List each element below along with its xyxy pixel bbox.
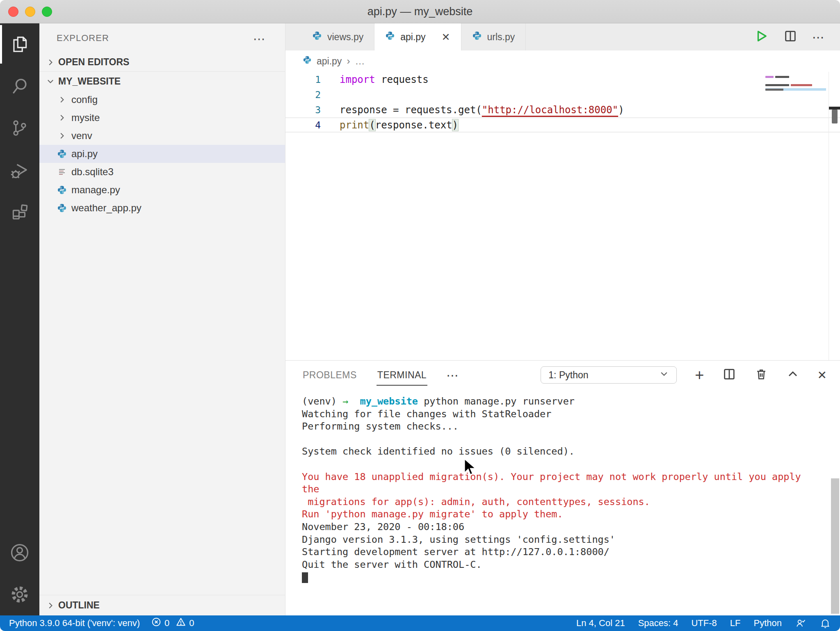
warning-triangle-icon bbox=[176, 617, 186, 629]
feedback-icon[interactable] bbox=[795, 617, 806, 629]
terminal-shell-select[interactable]: 1: Python bbox=[541, 366, 677, 384]
more-actions-icon[interactable]: ⋯ bbox=[812, 30, 825, 44]
accounts-icon[interactable] bbox=[0, 532, 39, 574]
terminal-output[interactable]: (venv) → my_website python manage.py run… bbox=[285, 389, 840, 615]
close-panel-icon[interactable]: ✕ bbox=[817, 368, 827, 382]
activity-bar bbox=[0, 23, 39, 615]
tree-item-label: api.py bbox=[71, 148, 98, 160]
tree-item-db-sqlite3[interactable]: db.sqlite3 bbox=[39, 163, 285, 181]
terminal-scrollbar-thumb[interactable] bbox=[831, 478, 839, 614]
panel-tab-terminal[interactable]: TERMINAL bbox=[377, 364, 427, 386]
line-number: 3 bbox=[285, 105, 321, 115]
tree-item-label: weather_app.py bbox=[71, 202, 142, 214]
chevron-down-icon bbox=[659, 369, 669, 381]
tree-item-label: db.sqlite3 bbox=[71, 166, 114, 178]
status-item-python[interactable]: Python bbox=[754, 618, 782, 629]
terminal-line: Quit the server with CONTROL-C. bbox=[302, 558, 815, 571]
maximize-panel-icon[interactable] bbox=[786, 368, 799, 382]
tree-item-config[interactable]: config bbox=[39, 91, 285, 109]
status-item-ln-4-col-21[interactable]: Ln 4, Col 21 bbox=[576, 618, 625, 629]
code-line-2: 2 bbox=[285, 87, 840, 102]
terminal-line: migrations for app(s): admin, auth, cont… bbox=[302, 496, 815, 508]
chevron-right-icon bbox=[57, 131, 66, 140]
chevron-right-icon bbox=[46, 58, 55, 67]
chevron-right-icon bbox=[57, 95, 66, 104]
error-circle-icon bbox=[151, 617, 161, 629]
breadcrumb: api.py › … bbox=[285, 50, 840, 72]
split-editor-icon[interactable] bbox=[783, 29, 797, 45]
editor-scrollbar-thumb[interactable] bbox=[832, 110, 838, 123]
sidebar-more-actions-icon[interactable]: ⋯ bbox=[253, 32, 265, 46]
python-file-icon bbox=[385, 31, 395, 41]
close-tab-icon[interactable]: ✕ bbox=[442, 31, 450, 43]
tab-api-py[interactable]: api.py✕ bbox=[374, 23, 461, 50]
terminal-line: Run 'python manage.py migrate' to apply … bbox=[302, 508, 815, 521]
panel-tab-problems[interactable]: PROBLEMS bbox=[302, 364, 358, 386]
extensions-icon[interactable] bbox=[0, 191, 39, 233]
terminal-line: November 23, 2020 - 00:18:06 bbox=[302, 521, 815, 533]
panel-header: PROBLEMSTERMINAL ⋯ 1: Python + bbox=[285, 361, 840, 389]
status-item-utf-8[interactable]: UTF-8 bbox=[691, 618, 717, 629]
tab-views-py[interactable]: views.py bbox=[301, 23, 374, 50]
minimap[interactable] bbox=[765, 76, 826, 93]
terminal-line bbox=[302, 571, 815, 583]
tree-item-weather-app-py[interactable]: weather_app.py bbox=[39, 199, 285, 217]
open-editors-section[interactable]: OPEN EDITORS bbox=[39, 53, 285, 72]
tree-item-api-py[interactable]: api.py bbox=[39, 145, 285, 163]
python-file-icon bbox=[57, 149, 67, 159]
code-line-1: 1import requests bbox=[285, 72, 840, 87]
run-file-button[interactable] bbox=[754, 29, 769, 45]
line-number: 4 bbox=[285, 120, 321, 130]
workspace-section[interactable]: MY_WEBSITE bbox=[39, 72, 285, 91]
run-debug-icon[interactable] bbox=[0, 149, 39, 191]
line-number: 1 bbox=[285, 74, 321, 85]
terminal-line: Performing system checks... bbox=[302, 420, 815, 433]
tab-label: api.py bbox=[400, 32, 425, 43]
breadcrumb-file[interactable]: api.py bbox=[317, 56, 342, 67]
explorer-icon[interactable] bbox=[0, 23, 39, 65]
tab-urls-py[interactable]: urls.py bbox=[461, 23, 526, 50]
tree-item-manage-py[interactable]: manage.py bbox=[39, 181, 285, 199]
chevron-down-icon bbox=[46, 77, 55, 86]
split-terminal-icon[interactable] bbox=[722, 367, 736, 383]
code-editor[interactable]: 1import requests23response = requests.ge… bbox=[285, 72, 840, 360]
status-item-lf[interactable]: LF bbox=[730, 618, 741, 629]
bottom-panel: PROBLEMSTERMINAL ⋯ 1: Python + bbox=[285, 360, 840, 615]
sidebar-title: EXPLORER bbox=[39, 23, 285, 53]
terminal-line: (venv) → my_website python manage.py run… bbox=[302, 395, 815, 408]
kill-terminal-trash-icon[interactable] bbox=[754, 367, 768, 383]
tree-item-label: manage.py bbox=[71, 184, 120, 196]
problems-indicator[interactable]: 0 0 bbox=[151, 617, 194, 629]
terminal-line: Starting development server at http://12… bbox=[302, 546, 815, 558]
python-file-icon bbox=[312, 31, 322, 41]
breadcrumb-symbols[interactable]: … bbox=[355, 55, 365, 67]
tree-item-mysite[interactable]: mysite bbox=[39, 109, 285, 127]
settings-gear-icon[interactable] bbox=[0, 574, 39, 615]
editor-tab-bar: views.py api.py✕ urls.py ⋯ bbox=[285, 23, 840, 50]
code-line-3: 3response = requests.get("http://localho… bbox=[285, 102, 840, 117]
notifications-bell-icon[interactable] bbox=[819, 617, 831, 629]
tree-item-venv[interactable]: venv bbox=[39, 127, 285, 145]
python-interpreter-item[interactable]: Python 3.9.0 64-bit ('venv': venv) bbox=[9, 618, 140, 629]
search-icon[interactable] bbox=[0, 65, 39, 107]
status-item-spaces-4[interactable]: Spaces: 4 bbox=[638, 618, 678, 629]
window-controls bbox=[8, 7, 52, 17]
file-tree: configmysitevenv api.py db.sqlite3 manag… bbox=[39, 91, 285, 217]
new-terminal-icon[interactable]: + bbox=[695, 369, 704, 381]
close-window-button[interactable] bbox=[8, 7, 18, 17]
zoom-window-button[interactable] bbox=[42, 7, 52, 17]
chevron-right-icon: › bbox=[347, 55, 350, 67]
minimize-window-button[interactable] bbox=[25, 7, 35, 17]
vscode-window: api.py — my_website bbox=[0, 0, 840, 631]
tab-label: views.py bbox=[327, 32, 363, 43]
chevron-right-icon bbox=[57, 113, 66, 122]
outline-section[interactable]: OUTLINE bbox=[39, 595, 285, 615]
tree-item-label: mysite bbox=[71, 112, 100, 123]
window-title: api.py — my_website bbox=[368, 5, 473, 18]
python-file-icon bbox=[57, 203, 67, 213]
panel-more-actions-icon[interactable]: ⋯ bbox=[446, 368, 459, 382]
source-control-icon[interactable] bbox=[0, 107, 39, 149]
editor-scrollbar bbox=[829, 72, 840, 360]
python-file-icon bbox=[57, 185, 67, 195]
terminal-line: Django version 3.1.3, using settings 'co… bbox=[302, 533, 815, 546]
